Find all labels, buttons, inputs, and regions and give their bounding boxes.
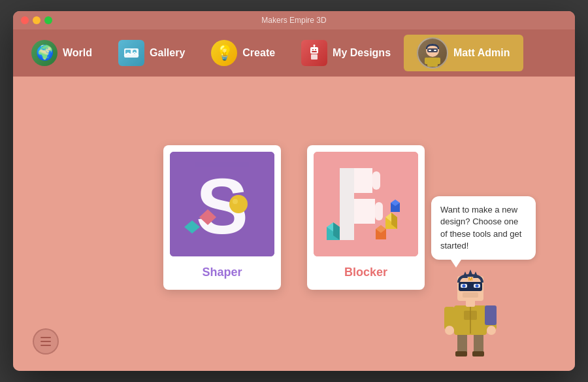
nav-label-profile: Matt Admin: [453, 47, 510, 59]
svg-text:M: M: [468, 276, 473, 282]
create-icon: 💡: [211, 40, 237, 66]
svg-rect-14: [427, 58, 438, 67]
svg-rect-43: [472, 351, 484, 356]
svg-point-58: [463, 285, 466, 288]
nav-item-gallery[interactable]: Gallery: [105, 35, 198, 71]
svg-rect-40: [457, 332, 467, 355]
svg-rect-15: [425, 58, 429, 64]
main-content: S Shaper: [13, 77, 575, 371]
svg-rect-26: [372, 171, 380, 190]
window-title: Makers Empire 3D: [261, 16, 326, 25]
svg-rect-61: [463, 292, 478, 298]
svg-rect-5: [315, 49, 316, 50]
nav-label-create: Create: [242, 47, 275, 59]
svg-rect-9: [311, 54, 318, 60]
avatar-icon: [417, 37, 448, 69]
title-bar: Makers Empire 3D: [13, 11, 575, 29]
shaper-label: Shaper: [170, 263, 274, 283]
world-icon: 🌍: [31, 40, 57, 66]
svg-rect-16: [436, 58, 440, 64]
svg-rect-28: [375, 202, 383, 220]
menu-line-2: [41, 341, 51, 342]
app-window: Makers Empire 3D 🌍 World Gallery 💡 Creat…: [13, 11, 575, 371]
maximize-button[interactable]: [44, 16, 52, 24]
svg-point-48: [487, 326, 496, 335]
svg-rect-6: [312, 51, 317, 52]
svg-rect-4: [312, 49, 314, 50]
svg-rect-49: [485, 305, 497, 325]
svg-point-22: [233, 199, 238, 204]
svg-rect-25: [354, 168, 372, 193]
svg-rect-29: [340, 168, 354, 240]
svg-point-59: [476, 285, 479, 288]
svg-rect-41: [474, 332, 483, 355]
svg-rect-3: [310, 47, 318, 54]
menu-line-1: [41, 337, 51, 338]
speech-bubble: Want to make a new design? Choose one of…: [431, 196, 536, 260]
svg-point-8: [314, 44, 316, 46]
svg-point-47: [445, 326, 454, 335]
svg-rect-42: [455, 351, 467, 356]
svg-rect-27: [354, 199, 375, 224]
blocker-label: Blocker: [314, 263, 418, 283]
nav-item-my-designs[interactable]: My Designs: [288, 35, 404, 71]
traffic-lights: [21, 16, 52, 24]
nav-item-profile[interactable]: Matt Admin: [404, 35, 523, 71]
blocker-image: [314, 152, 418, 256]
nav-bar: 🌍 World Gallery 💡 Create: [13, 29, 575, 77]
character-area: Want to make a new design? Choose one of…: [425, 196, 536, 358]
menu-button[interactable]: [33, 328, 59, 355]
svg-rect-63: [464, 311, 477, 320]
nav-label-world: World: [63, 47, 92, 59]
gallery-icon: [118, 40, 144, 66]
character-figure: M: [438, 266, 503, 358]
tools-container: S Shaper: [163, 145, 425, 290]
svg-point-21: [229, 195, 248, 213]
nav-label-gallery: Gallery: [150, 47, 185, 59]
nav-item-create[interactable]: 💡 Create: [198, 35, 288, 71]
nav-label-my-designs: My Designs: [333, 47, 391, 59]
svg-rect-13: [434, 50, 436, 51]
svg-marker-53: [468, 269, 473, 276]
my-designs-icon: [301, 40, 327, 66]
close-button[interactable]: [21, 16, 29, 24]
shaper-card[interactable]: S Shaper: [163, 145, 281, 290]
minimize-button[interactable]: [33, 16, 41, 24]
blocker-card[interactable]: Blocker: [307, 145, 425, 290]
menu-line-3: [41, 345, 51, 346]
nav-item-world[interactable]: 🌍 World: [18, 35, 105, 71]
shaper-image: S: [170, 152, 274, 256]
svg-rect-12: [429, 50, 431, 51]
